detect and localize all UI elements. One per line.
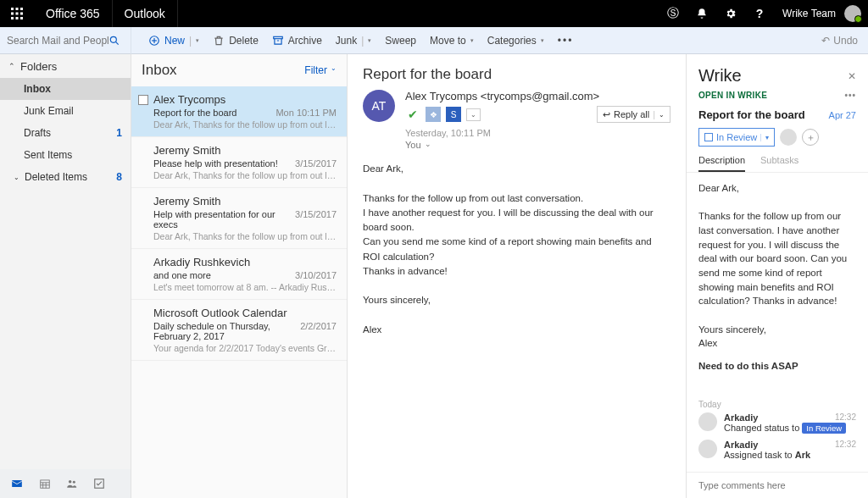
filter-label: Filter: [304, 64, 327, 76]
activity-item: Arkadiy12:32Changed status to In Review: [698, 412, 856, 433]
message-item[interactable]: Jeremy SmithHelp with presentation for o…: [131, 188, 347, 249]
message-preview: Dear Ark, Thanks for the follow up from …: [153, 231, 337, 241]
desc-sign: Yours sincerely, Alex: [698, 323, 856, 351]
expand-recipients-icon[interactable]: ⌄: [425, 140, 431, 150]
message-preview: Dear Ark, Thanks for the follow up from …: [153, 119, 337, 130]
message-item[interactable]: Alex TrycompsReport for the boardMon 10:…: [131, 86, 347, 137]
folder-label: Junk Email: [24, 105, 74, 117]
command-bar: New|▾ Delete Archive Junk|▾ Sweep Move t…: [0, 27, 868, 54]
message-timestamp: Yesterday, 10:11 PM: [405, 128, 670, 138]
chevron-down-icon[interactable]: ▾: [196, 37, 199, 44]
activity-time: 12:32: [835, 440, 856, 449]
svg-rect-2: [20, 8, 23, 10]
folder-junk[interactable]: Junk Email: [0, 100, 131, 122]
search-icon[interactable]: [108, 35, 120, 47]
chevron-down-icon: ⌄: [331, 64, 337, 76]
message-subject: Report for the board: [153, 108, 236, 118]
svg-rect-3: [11, 13, 14, 15]
tab-description[interactable]: Description: [698, 155, 745, 172]
settings-icon[interactable]: [716, 0, 745, 27]
chevron-down-icon[interactable]: ▾: [470, 37, 474, 44]
open-in-wrike-link[interactable]: OPEN IN WRIKE: [698, 91, 767, 100]
categories-label: Categories: [487, 35, 537, 47]
close-icon[interactable]: ✕: [848, 70, 856, 82]
message-item[interactable]: Jeremy SmithPlease help with presentatio…: [131, 137, 347, 188]
calendar-icon[interactable]: [39, 478, 51, 490]
chevron-down-icon: ▾: [760, 134, 769, 141]
sweep-button[interactable]: Sweep: [378, 27, 423, 54]
message-item[interactable]: Microsoft Outlook CalendarDaily schedule…: [131, 300, 347, 361]
undo-icon[interactable]: ↶: [821, 35, 830, 47]
trash-icon: [213, 35, 225, 47]
tasks-icon[interactable]: [93, 478, 105, 490]
sharepoint-icon[interactable]: S: [446, 107, 461, 122]
message-subject: Report for the board: [363, 66, 670, 83]
wrike-logo: Wrike: [698, 66, 742, 86]
message-item[interactable]: Arkadiy Rushkevichand one more3/10/2017L…: [131, 249, 347, 300]
move-to-label: Move to: [430, 35, 466, 47]
junk-label: Junk: [336, 35, 357, 47]
reply-all-button[interactable]: ↩ Reply all | ⌄: [597, 106, 670, 123]
svg-point-21: [69, 480, 72, 484]
svg-point-9: [110, 36, 116, 42]
reading-pane: Report for the board AT Alex Trycomps <t…: [348, 54, 686, 498]
message-checkbox[interactable]: [138, 95, 148, 105]
archive-button[interactable]: Archive: [265, 27, 329, 54]
status-dropdown[interactable]: In Review ▾: [698, 128, 775, 147]
new-button[interactable]: New|▾: [142, 27, 206, 54]
addin-icon[interactable]: ❖: [426, 107, 441, 122]
app-launcher-icon[interactable]: [0, 0, 34, 27]
message-from: Arkadiy Rushkevich: [153, 256, 337, 268]
categories-button[interactable]: Categories▾: [481, 27, 551, 54]
delete-label: Delete: [229, 35, 259, 47]
chevron-down-icon[interactable]: ⌄: [466, 108, 481, 121]
message-from: Alex Trycomps: [153, 93, 337, 106]
svg-rect-5: [20, 13, 23, 15]
notifications-icon[interactable]: [687, 0, 716, 27]
folder-drafts[interactable]: Drafts1: [0, 122, 131, 144]
task-due-date[interactable]: Apr 27: [829, 110, 856, 120]
list-header: Inbox Filter⌄: [131, 54, 347, 86]
chevron-down-icon[interactable]: ▾: [541, 37, 544, 44]
recipient-you: You: [405, 140, 421, 150]
mail-icon[interactable]: [10, 478, 24, 490]
folder-sent[interactable]: Sent Items: [0, 144, 131, 166]
activity-avatar: [698, 440, 717, 458]
sender-avatar: AT: [363, 90, 395, 122]
message-subject: and one more: [153, 270, 211, 280]
undo-button[interactable]: Undo: [833, 35, 858, 47]
comment-input[interactable]: [698, 480, 856, 490]
delete-button[interactable]: Delete: [206, 27, 265, 54]
activity-time: 12:32: [835, 412, 856, 422]
svg-point-22: [73, 481, 75, 484]
office365-label[interactable]: Office 365: [34, 0, 113, 27]
search-input[interactable]: [7, 35, 108, 47]
more-icon[interactable]: •••: [844, 91, 856, 100]
user-avatar[interactable]: [844, 5, 861, 22]
junk-button[interactable]: Junk|▾: [329, 27, 378, 54]
message-list: Inbox Filter⌄ Alex TrycompsReport for th…: [131, 54, 348, 498]
chevron-down-icon[interactable]: ⌄: [659, 111, 665, 119]
help-icon[interactable]: ?: [745, 0, 774, 27]
folder-deleted[interactable]: ⌄Deleted Items8: [0, 166, 131, 188]
search-box[interactable]: [0, 27, 131, 54]
people-icon[interactable]: [66, 478, 78, 490]
add-assignee-button[interactable]: ＋: [802, 129, 819, 146]
assignee-avatar[interactable]: [780, 129, 797, 146]
message-preview: Your agenda for 2/2/2017 Today's events …: [153, 343, 337, 353]
comment-box[interactable]: [687, 472, 868, 498]
tab-subtasks[interactable]: Subtasks: [760, 155, 798, 172]
move-to-button[interactable]: Move to▾: [423, 27, 481, 54]
task-title: Report for the board: [698, 108, 805, 121]
message-subject: Help with presentation for our execs: [153, 209, 295, 230]
folders-header[interactable]: ⌃ Folders: [0, 54, 131, 78]
divider: |: [189, 35, 192, 47]
filter-button[interactable]: Filter⌄: [304, 64, 337, 76]
activity-action: Changed status to: [724, 423, 799, 433]
chevron-down-icon[interactable]: ▾: [368, 37, 371, 44]
checkmark-icon[interactable]: ✔: [405, 107, 420, 122]
more-button[interactable]: •••: [551, 27, 581, 54]
skype-icon[interactable]: Ⓢ: [659, 0, 687, 27]
activity-user: Arkadiy: [724, 440, 758, 450]
folder-inbox[interactable]: Inbox: [0, 78, 131, 100]
